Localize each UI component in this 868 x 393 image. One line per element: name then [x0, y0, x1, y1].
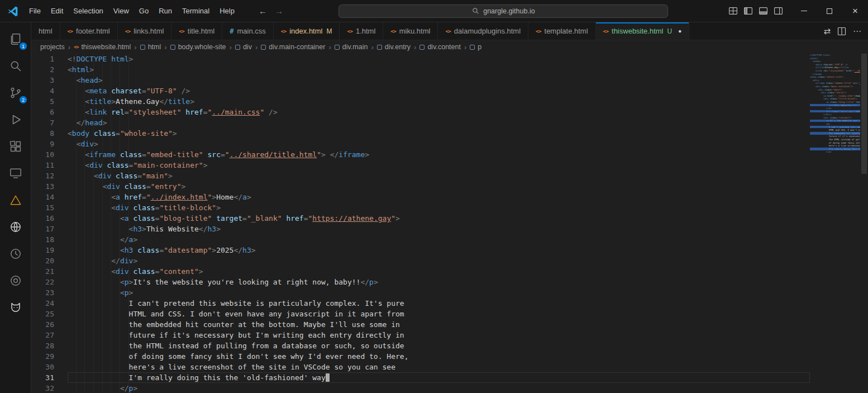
code-area[interactable]: <!DOCTYPE html><html> <head> <meta chars… — [68, 54, 810, 393]
symbol-icon — [335, 45, 340, 50]
tab-html[interactable]: html — [31, 22, 60, 40]
activity-extensions-icon[interactable] — [0, 133, 31, 160]
chevron-right-icon: › — [464, 43, 466, 51]
activity-remote-explorer-icon[interactable] — [0, 160, 31, 187]
line-number: 20 — [31, 255, 68, 266]
tab-footer.html[interactable]: <>footer.html — [60, 22, 118, 40]
activity-triangle-icon[interactable] — [0, 187, 31, 214]
tab-links.html[interactable]: <>links.html — [118, 22, 172, 40]
breadcrumb-item-html[interactable]: html — [139, 43, 163, 51]
line-number: 22 — [31, 277, 68, 287]
activity-source-control-icon[interactable]: 2 — [0, 79, 31, 106]
tab-dalamudplugins.html[interactable]: <>dalamudplugins.html — [438, 22, 528, 40]
code-line: future if it's necessary but I'm writing… — [68, 330, 810, 340]
html-file-icon: <> — [536, 28, 541, 34]
tab-template.html[interactable]: <>template.html — [528, 22, 596, 40]
activity-run-debug-icon[interactable] — [0, 106, 31, 133]
symbol-icon — [470, 45, 475, 50]
close-button[interactable]: × — [842, 0, 868, 22]
menu-help[interactable]: Help — [214, 3, 240, 19]
vscode-logo-icon — [7, 6, 18, 17]
chevron-right-icon: › — [134, 43, 136, 51]
code-lines: <!DOCTYPE html><html> <head> <meta chars… — [68, 54, 810, 393]
tab-label: html — [39, 27, 53, 35]
line-number: 14 — [31, 192, 68, 202]
activity-clock-icon[interactable] — [0, 240, 31, 267]
menu-edit[interactable]: Edit — [46, 3, 68, 19]
breadcrumb-item-body-whole-site[interactable]: body.whole-site — [169, 43, 227, 51]
html-file-icon: <> — [347, 28, 352, 34]
menu-selection[interactable]: Selection — [68, 3, 108, 19]
breadcrumb-item-div-entry[interactable]: div.entry — [376, 43, 412, 51]
tab-label: index.html — [289, 27, 322, 35]
menu-view[interactable]: View — [108, 3, 134, 19]
forward-arrow-icon[interactable]: → — [275, 6, 283, 16]
breadcrumb-label: div.main — [342, 43, 368, 51]
menu-go[interactable]: Go — [134, 3, 154, 19]
tab-index.html[interactable]: <>index.htmlM — [274, 22, 340, 40]
code-line: the HTML instead of pulling from a datab… — [68, 340, 810, 351]
command-center[interactable]: gnargle.github.io — [338, 4, 668, 18]
tab-label: miku.html — [399, 27, 431, 35]
breadcrumb-item-div-main-container[interactable]: div.main-container — [260, 43, 326, 51]
activity-cat-icon[interactable] — [0, 294, 31, 321]
activity-explorer-icon[interactable]: 1 — [0, 26, 31, 53]
breadcrumb-label: p — [478, 43, 481, 51]
back-arrow-icon[interactable]: ← — [259, 6, 267, 16]
breadcrumb-label: div — [243, 43, 252, 51]
symbol-icon — [419, 45, 425, 50]
code-line: <title>Athene.Gay</title> — [68, 96, 810, 107]
symbol-icon — [140, 45, 145, 50]
scrollbar-thumb[interactable] — [861, 54, 867, 174]
tab-label: template.html — [545, 27, 588, 35]
breadcrumb-item-div[interactable]: div — [234, 43, 253, 51]
menu-run[interactable]: Run — [154, 3, 177, 19]
scrollbar[interactable] — [860, 54, 868, 393]
code-line: <h3>This Website</h3> — [68, 224, 810, 234]
chevron-right-icon: › — [328, 43, 331, 51]
line-number: 18 — [31, 234, 68, 245]
toggle-primary-sidebar-icon[interactable] — [743, 6, 753, 16]
toggle-panel-icon[interactable] — [759, 6, 768, 16]
line-number: 17 — [31, 224, 68, 234]
breadcrumb-item-thiswebsite-html[interactable]: <>thiswebsite.html — [73, 43, 132, 51]
chevron-right-icon: › — [68, 43, 70, 51]
menu-file[interactable]: File — [24, 3, 46, 19]
line-number: 1 — [31, 54, 68, 64]
minimize-button[interactable] — [791, 0, 817, 22]
tab-label: links.html — [133, 27, 164, 35]
text-cursor — [326, 373, 330, 382]
activity-globe-icon[interactable] — [0, 214, 31, 240]
code-line: </div> — [68, 255, 810, 266]
tab-thiswebsite.html[interactable]: <>thiswebsite.htmlU● — [596, 22, 690, 40]
line-number: 19 — [31, 245, 68, 255]
split-editor-icon[interactable] — [837, 27, 846, 36]
line-number: 16 — [31, 213, 68, 224]
symbol-icon — [170, 45, 175, 50]
tab-1.html[interactable]: <>1.html — [340, 22, 383, 40]
line-number: 23 — [31, 287, 68, 298]
breadcrumb-item-div-content[interactable]: div.content — [418, 43, 462, 51]
minimap[interactable]: <!DOCTYPE html><html> <head> <meta chars… — [810, 54, 860, 393]
breadcrumb-label: body.whole-site — [178, 43, 226, 51]
breadcrumb: projects›<>thiswebsite.html›html›body.wh… — [31, 40, 868, 54]
code-line: <div class="title-block"> — [68, 202, 810, 213]
breadcrumb-item-div-main[interactable]: div.main — [333, 43, 369, 51]
breadcrumb-item-p[interactable]: p — [469, 43, 483, 51]
maximize-button[interactable] — [817, 0, 842, 22]
tab-miku.html[interactable]: <>miku.html — [383, 22, 438, 40]
compare-changes-icon[interactable]: ⇄ — [823, 26, 831, 36]
activity-circle-icon[interactable] — [0, 267, 31, 294]
breadcrumb-item-projects[interactable]: projects — [39, 43, 66, 51]
toggle-secondary-sidebar-icon[interactable] — [774, 6, 783, 16]
code-line: <h3 class="datestamp">2025</h3> — [68, 245, 810, 255]
menu-terminal[interactable]: Terminal — [177, 3, 214, 19]
tab-title.html[interactable]: <>title.html — [171, 22, 222, 40]
workbench: 12 html<>footer.html<>links.html<>title.… — [0, 22, 868, 393]
dirty-dot-icon[interactable]: ● — [678, 28, 681, 34]
tab-label: footer.html — [76, 27, 110, 35]
more-actions-icon[interactable]: ⋯ — [853, 26, 861, 36]
tab-main.css[interactable]: #main.css — [222, 22, 274, 40]
activity-search-icon[interactable] — [0, 53, 31, 79]
customize-layout-icon[interactable] — [728, 6, 738, 16]
